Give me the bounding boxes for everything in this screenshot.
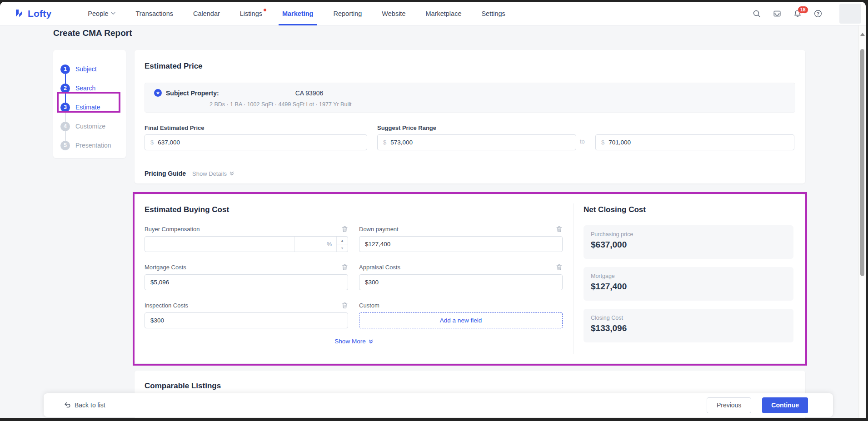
show-details-link[interactable]: Show Details <box>192 170 234 177</box>
step-subject[interactable]: 1 Subject <box>60 59 126 79</box>
nav-item-marketplace[interactable]: Marketplace <box>415 2 471 25</box>
comparable-listings-heading: Comparable Listings <box>145 381 221 391</box>
subject-property-box: ★ Subject Property: CA 93906 2 BDs · 1 B… <box>145 83 795 113</box>
double-chevron-down-icon <box>229 171 234 176</box>
final-price-label: Final Estimated Price <box>145 124 205 131</box>
subject-property-label: Subject Property: <box>166 89 219 97</box>
net-closing-cost-card: Closing Cost $133,096 <box>584 309 793 342</box>
lofty-logo[interactable]: Lofty <box>14 8 51 19</box>
appraisal-costs-trash-icon[interactable] <box>556 264 563 271</box>
undo-icon <box>64 401 71 409</box>
mortgage-costs-label: Mortgage Costs <box>145 264 186 271</box>
step-presentation[interactable]: 5 Presentation <box>60 136 126 155</box>
subject-star-icon: ★ <box>154 89 162 97</box>
notification-badge: 18 <box>798 6 808 14</box>
inspection-costs-input[interactable] <box>145 317 348 324</box>
range-low-input[interactable] <box>390 139 570 146</box>
inspection-costs-trash-icon[interactable] <box>341 302 348 309</box>
chevron-down-icon <box>111 12 115 15</box>
svg-text:?: ? <box>817 11 819 16</box>
currency-prefix: $ <box>383 139 386 146</box>
range-high-input[interactable] <box>609 139 788 146</box>
range-high-input-group: $ <box>595 134 794 150</box>
buyer-comp-label: Buyer Compensation <box>145 226 200 233</box>
app-window: Lofty People Transactions Calendar Listi… <box>0 2 866 418</box>
nav-item-reporting[interactable]: Reporting <box>323 2 372 25</box>
final-price-input-group: $ <box>145 134 367 150</box>
back-to-list-link[interactable]: Back to list <box>64 401 105 409</box>
help-icon[interactable]: ? <box>813 9 823 18</box>
continue-button[interactable]: Continue <box>762 397 808 413</box>
scrollbar-thumb[interactable] <box>860 49 864 276</box>
mortgage-costs-input[interactable] <box>145 279 348 286</box>
mortgage-costs-input-group <box>145 274 348 290</box>
cma-stepper: 1 Subject 2 Search 3 Estimate 4 Customiz… <box>53 50 126 158</box>
show-more-link[interactable]: Show More <box>334 338 373 345</box>
appraisal-costs-input-group <box>359 274 563 290</box>
avatar[interactable] <box>839 4 861 24</box>
inbox-icon[interactable] <box>773 9 782 18</box>
step-customize[interactable]: 4 Customize <box>60 117 126 136</box>
price-range-label: Suggest Price Range <box>377 124 436 131</box>
closing-cost-value: $133,096 <box>591 323 786 333</box>
range-low-input-group: $ <box>377 134 576 150</box>
top-nav: Lofty People Transactions Calendar Listi… <box>0 2 866 25</box>
double-chevron-down-icon <box>368 339 374 344</box>
main-menu: People Transactions Calendar Listings Ma… <box>78 2 515 25</box>
purchasing-price-value: $637,000 <box>591 240 786 250</box>
down-payment-input-group <box>359 236 563 252</box>
buying-cost-card: Estimated Buying Cost Net Closing Cost B… <box>135 194 805 363</box>
step-3-circle: 3 <box>60 103 70 112</box>
column-divider <box>574 203 574 354</box>
estimated-price-card: Estimated Price ★ Subject Property: CA 9… <box>135 50 805 183</box>
buyer-comp-trash-icon[interactable] <box>341 226 348 233</box>
nav-item-marketing[interactable]: Marketing <box>272 2 324 25</box>
nav-item-website[interactable]: Website <box>372 2 415 25</box>
add-new-field-button[interactable]: Add a new field <box>359 312 563 328</box>
net-purchasing-price-card: Purchasing price $637,000 <box>584 225 793 259</box>
spin-up-icon[interactable]: ▲ <box>337 237 348 244</box>
nav-item-transactions[interactable]: Transactions <box>125 2 183 25</box>
down-payment-label: Down payment <box>359 226 399 233</box>
down-payment-trash-icon[interactable] <box>556 226 563 233</box>
mortgage-costs-trash-icon[interactable] <box>341 264 348 271</box>
nav-item-calendar[interactable]: Calendar <box>183 2 230 25</box>
step-estimate[interactable]: 3 Estimate <box>60 98 126 117</box>
subject-address: CA 93906 <box>295 89 324 97</box>
nav-right-tools: 18 ? <box>752 4 866 24</box>
buying-cost-heading: Estimated Buying Cost <box>145 205 229 214</box>
brand-name: Lofty <box>28 8 51 19</box>
appraisal-costs-input[interactable] <box>359 279 562 286</box>
bell-icon[interactable]: 18 <box>793 9 802 18</box>
page-title: Create CMA Report <box>53 28 132 38</box>
inspection-costs-label: Inspection Costs <box>145 302 188 309</box>
nav-item-people[interactable]: People <box>78 2 125 25</box>
step-4-circle: 4 <box>60 122 70 131</box>
appraisal-costs-label: Appraisal Costs <box>359 264 400 271</box>
spin-down-icon[interactable]: ▼ <box>337 244 348 252</box>
vertical-scrollbar[interactable] <box>858 25 866 418</box>
step-5-circle: 5 <box>60 141 70 150</box>
scroll-up-arrow[interactable] <box>860 33 865 36</box>
previous-button[interactable]: Previous <box>707 397 751 413</box>
currency-prefix: $ <box>601 139 604 146</box>
lofty-logo-icon <box>14 8 25 19</box>
down-payment-input[interactable] <box>359 241 562 248</box>
custom-field-label: Custom <box>359 302 379 309</box>
listings-notification-dot <box>264 9 266 11</box>
footer-bar: Back to list Previous Continue <box>44 393 833 417</box>
mortgage-value: $127,400 <box>591 282 786 292</box>
subject-property-details: 2 BDs · 1 BA · 1002 SqFt · 4499 SqFt Lot… <box>210 101 351 108</box>
step-search[interactable]: 2 Search <box>60 79 126 98</box>
net-mortgage-card: Mortgage $127,400 <box>584 267 793 301</box>
search-icon[interactable] <box>752 9 761 18</box>
nav-item-listings[interactable]: Listings <box>230 2 272 25</box>
range-to-separator: to <box>580 138 585 145</box>
inspection-costs-input-group <box>145 312 348 328</box>
nav-item-settings[interactable]: Settings <box>471 2 515 25</box>
net-closing-heading: Net Closing Cost <box>584 205 646 214</box>
final-price-input[interactable] <box>158 139 361 146</box>
buyer-comp-input[interactable] <box>145 241 294 248</box>
currency-prefix: $ <box>150 139 154 146</box>
step-2-circle: 2 <box>60 84 70 93</box>
